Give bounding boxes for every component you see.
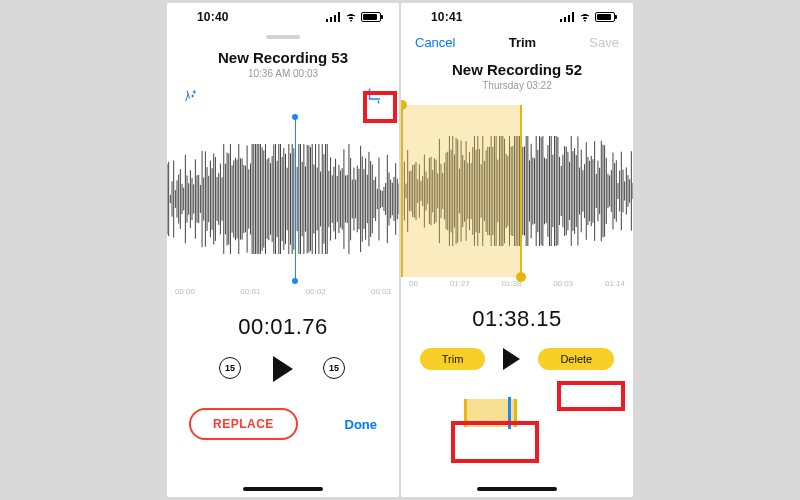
- transport-controls: 15 15: [167, 356, 399, 382]
- recording-subtitle: Thursday 03:22: [401, 80, 633, 91]
- trim-button[interactable]: Trim: [420, 348, 486, 370]
- recording-title: New Recording 52: [401, 61, 633, 78]
- sheet-grabber[interactable]: [266, 35, 300, 39]
- status-bar: 10:40: [167, 3, 399, 29]
- skip-back-button[interactable]: 15: [219, 357, 243, 381]
- phone-right-trim: 10:41 Cancel Trim Save New Recording 52 …: [401, 3, 633, 497]
- recording-title: New Recording 53: [167, 49, 399, 66]
- replace-button[interactable]: REPLACE: [189, 408, 298, 440]
- recording-header: New Recording 53 10:36 AM 00:03: [167, 49, 399, 79]
- status-indicators: [560, 12, 615, 22]
- cellular-icon: [326, 12, 341, 22]
- battery-icon: [361, 12, 381, 22]
- delete-button[interactable]: Delete: [538, 348, 614, 370]
- trim-controls: Trim Delete: [401, 348, 633, 370]
- playhead[interactable]: [295, 117, 297, 281]
- play-button[interactable]: [503, 348, 520, 370]
- scrubber-cursor[interactable]: [508, 397, 511, 429]
- status-bar: 10:41: [401, 3, 633, 29]
- cellular-icon: [560, 12, 575, 22]
- nav-title: Trim: [509, 35, 536, 50]
- waveform-area[interactable]: [401, 105, 633, 277]
- phone-left-edit: 10:40 New Recording 53 10:36 AM 00:03: [167, 3, 399, 497]
- recording-subtitle: 10:36 AM 00:03: [167, 68, 399, 79]
- recording-header: New Recording 52 Thursday 03:22: [401, 61, 633, 91]
- scrubber[interactable]: [422, 401, 612, 425]
- enhance-icon[interactable]: [183, 88, 199, 104]
- time-axis: 00:00 00:01 00:02 00:03: [167, 285, 399, 296]
- scrubber-row: [401, 390, 633, 436]
- play-button[interactable]: [273, 356, 293, 382]
- timecode: 01:38.15: [401, 306, 633, 332]
- skip-forward-button[interactable]: 15: [323, 357, 347, 381]
- status-time: 10:41: [431, 10, 463, 24]
- waveform: [167, 144, 399, 254]
- wifi-icon: [579, 12, 591, 22]
- status-indicators: [326, 12, 381, 22]
- save-button: Save: [589, 35, 619, 50]
- crop-icon[interactable]: [365, 87, 383, 105]
- wifi-icon: [345, 12, 357, 22]
- cancel-button[interactable]: Cancel: [415, 35, 455, 50]
- nav-bar: Cancel Trim Save: [401, 29, 633, 59]
- waveform-area[interactable]: [167, 113, 399, 285]
- done-button[interactable]: Done: [345, 417, 378, 432]
- status-time: 10:40: [197, 10, 229, 24]
- home-indicator[interactable]: [477, 487, 557, 491]
- home-indicator[interactable]: [243, 487, 323, 491]
- trim-selection[interactable]: [401, 105, 522, 277]
- battery-icon: [595, 12, 615, 22]
- timecode: 00:01.76: [167, 314, 399, 340]
